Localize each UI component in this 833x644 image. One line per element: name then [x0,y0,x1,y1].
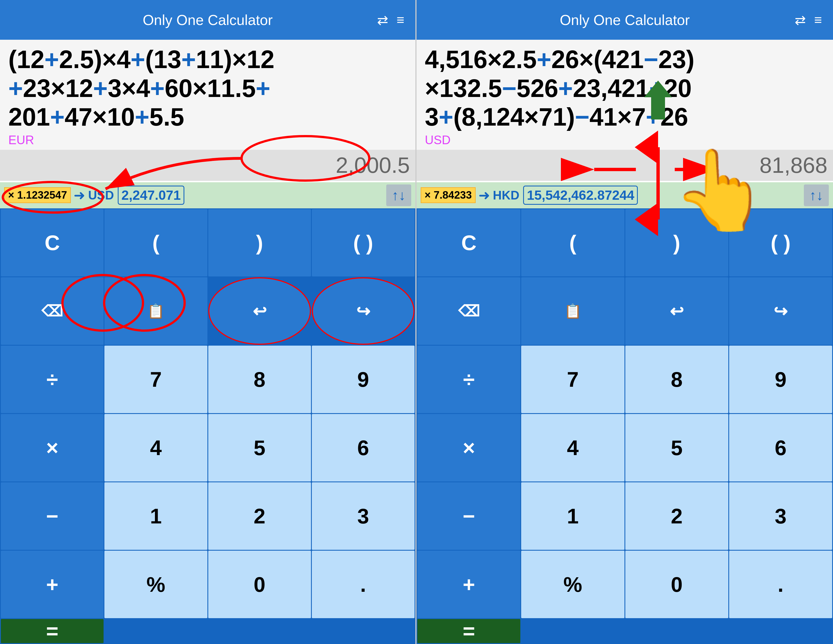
left-key-equals[interactable]: = [1,619,104,643]
left-key-4[interactable]: 4 [105,414,207,481]
left-menu-icon[interactable]: ≡ [397,12,404,27]
left-key-percent[interactable]: % [105,551,207,618]
left-converted-currency: USD [88,188,114,202]
left-key-3[interactable]: 3 [312,482,415,550]
left-key-divide[interactable]: ÷ [1,346,104,413]
left-key-decimal[interactable]: . [312,551,415,618]
right-key-7[interactable]: 7 [521,346,624,413]
right-calculator: Only One Calculator ⇄ ≡ 4,516×2.5+26×(42… [416,0,833,644]
left-key-add[interactable]: + [1,551,104,618]
right-keypad: C ( ) ( ) ⌫ 📋 ↩ ↪ ÷ 7 8 9 × 4 5 6 − 1 2 … [416,208,833,644]
left-key-multiply[interactable]: × [1,414,104,481]
left-key-7[interactable]: 7 [105,346,207,413]
right-app-title: Only One Calculator [560,12,690,28]
left-display-area: (12+2.5)×4+(13+11)×12 +23×12+3×4+60×11.5… [0,40,415,150]
right-key-equals[interactable]: = [417,619,520,643]
right-key-undo[interactable]: ↩ [625,277,728,345]
right-key-5[interactable]: 5 [625,414,728,481]
left-app-title: Only One Calculator [143,12,273,28]
right-menu-icon[interactable]: ≡ [814,12,822,27]
left-key-9[interactable]: 9 [312,346,415,413]
left-result-row: 2,000.5 [0,150,415,181]
right-expression: 4,516×2.5+26×(421−23) ×132.5−526+23,421+… [425,45,825,132]
left-key-history[interactable]: 📋 [105,277,207,345]
left-conversion-row: × 1.1232547 ➜ USD 2,247.071 ↑↓ [0,182,415,208]
right-key-paren-pair[interactable]: ( ) [729,209,832,277]
left-converted-value: 2,247.071 [118,185,184,205]
right-key-clear[interactable]: C [417,209,520,277]
left-arrow-icon: ➜ [74,187,85,203]
right-swap-button[interactable]: ↑↓ [804,185,829,206]
left-keypad: C ( ) ( ) ⌫ 📋 ↩ ↪ ÷ 7 8 9 × 4 5 6 − 1 2 … [0,208,415,644]
left-expression: (12+2.5)×4+(13+11)×12 +23×12+3×4+60×11.5… [8,45,407,132]
right-conversion-row: × 7.84233 ➜ HKD 15,542,462.87244 ↑↓ [416,182,833,208]
right-key-divide[interactable]: ÷ [417,346,520,413]
right-key-6[interactable]: 6 [729,414,832,481]
right-key-backspace[interactable]: ⌫ [417,277,520,345]
left-key-clear[interactable]: C [1,209,104,277]
left-key-undo[interactable]: ↩ [208,277,311,345]
right-arrow-icon: ➜ [478,187,490,203]
left-currency-label: EUR [8,133,407,147]
left-rate-badge: × 1.1232547 [4,187,71,203]
left-key-open-paren[interactable]: ( [105,209,207,277]
right-key-9[interactable]: 9 [729,346,832,413]
left-key-paren-pair[interactable]: ( ) [312,209,415,277]
right-result-row: 81,868 [416,150,833,181]
right-display-area: 4,516×2.5+26×(421−23) ×132.5−526+23,421+… [416,40,833,150]
right-rate-badge: × 7.84233 [421,187,476,203]
left-swap-icon[interactable]: ⇄ [377,12,388,28]
left-key-1[interactable]: 1 [105,482,207,550]
right-swap-icon[interactable]: ⇄ [795,12,806,28]
right-key-0[interactable]: 0 [625,551,728,618]
left-key-6[interactable]: 6 [312,414,415,481]
right-result-value: 81,868 [759,153,827,178]
left-key-backspace[interactable]: ⌫ [1,277,104,345]
right-key-8[interactable]: 8 [625,346,728,413]
right-converted-value: 15,542,462.87244 [523,185,638,205]
right-key-1[interactable]: 1 [521,482,624,550]
right-key-close-paren[interactable]: ) [625,209,728,277]
right-converted-currency: HKD [493,188,519,202]
right-key-add[interactable]: + [417,551,520,618]
right-key-3[interactable]: 3 [729,482,832,550]
left-key-5[interactable]: 5 [208,414,311,481]
left-key-close-paren[interactable]: ) [208,209,311,277]
right-key-subtract[interactable]: − [417,482,520,550]
left-header: Only One Calculator ⇄ ≡ [0,0,415,40]
right-key-2[interactable]: 2 [625,482,728,550]
right-key-history[interactable]: 📋 [521,277,624,345]
left-key-subtract[interactable]: − [1,482,104,550]
right-key-4[interactable]: 4 [521,414,624,481]
left-calculator: Only One Calculator ⇄ ≡ (12+2.5)×4+(13+1… [0,0,416,644]
right-key-decimal[interactable]: . [729,551,832,618]
left-key-8[interactable]: 8 [208,346,311,413]
right-key-multiply[interactable]: × [417,414,520,481]
right-key-redo[interactable]: ↪ [729,277,832,345]
right-header: Only One Calculator ⇄ ≡ [416,0,833,40]
left-swap-button[interactable]: ↑↓ [386,185,411,206]
right-key-percent[interactable]: % [521,551,624,618]
left-key-redo[interactable]: ↪ [312,277,415,345]
right-key-open-paren[interactable]: ( [521,209,624,277]
left-key-2[interactable]: 2 [208,482,311,550]
left-key-0[interactable]: 0 [208,551,311,618]
left-result-value: 2,000.5 [336,153,410,178]
right-currency-label: USD [425,133,825,147]
